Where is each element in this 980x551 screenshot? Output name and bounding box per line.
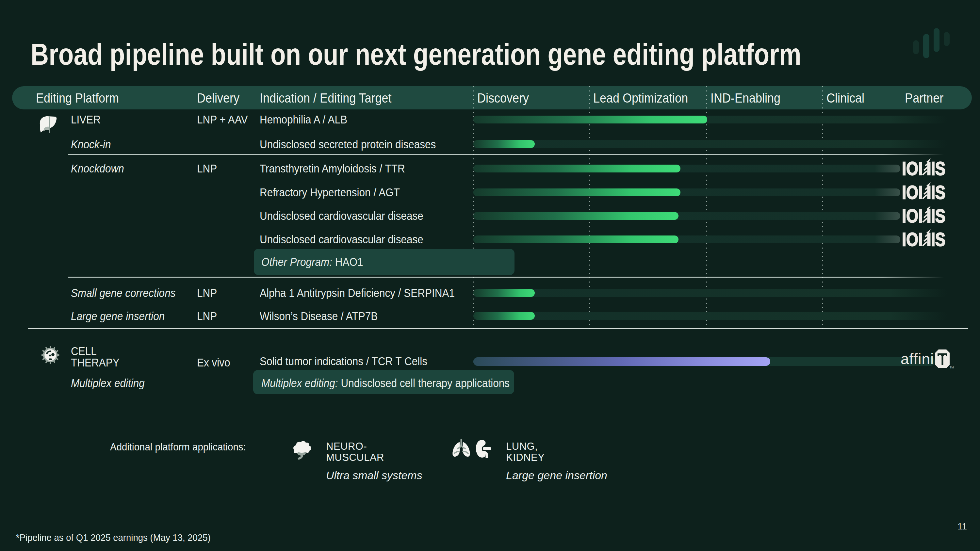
- svg-text:IO: IO: [902, 229, 918, 249]
- svg-text:IS: IS: [931, 182, 945, 202]
- svg-text:IO: IO: [902, 158, 918, 178]
- svg-text:IS: IS: [931, 205, 945, 225]
- svg-text:IS: IS: [931, 158, 945, 178]
- svg-text:IO: IO: [902, 205, 918, 225]
- svg-text:IS: IS: [931, 229, 945, 249]
- svg-text:IO: IO: [902, 182, 918, 202]
